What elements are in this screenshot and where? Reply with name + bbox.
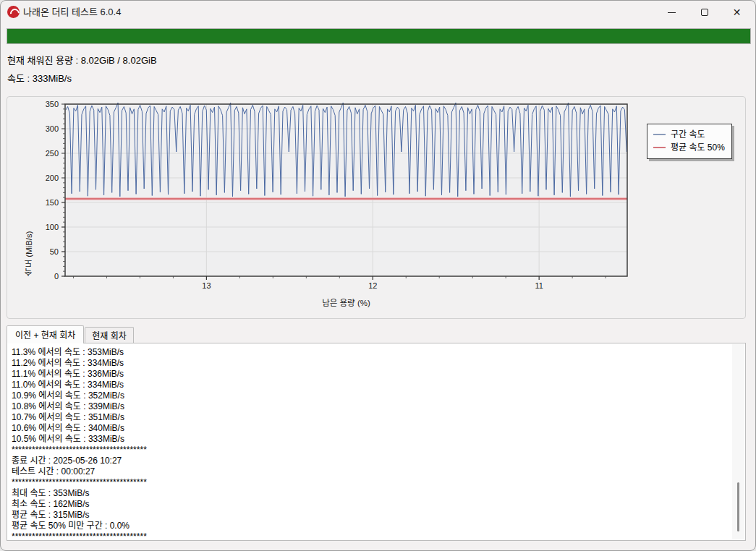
- legend-item: 평균 속도 50%: [653, 141, 725, 154]
- log-line: ****************************************: [12, 477, 728, 488]
- log-line: 11.3% 에서의 속도 : 353MiB/s: [12, 347, 728, 358]
- y-tick-label: 200: [46, 174, 59, 182]
- maximize-icon: [701, 9, 708, 16]
- y-tick-label: 250: [46, 149, 59, 158]
- close-button[interactable]: ✕: [721, 1, 753, 24]
- app-window: 나래온 더티 테스트 6.0.4 ✕ 현재 채워진 용량 : 8.02GiB /…: [0, 0, 756, 551]
- log-panel: 11.3% 에서의 속도 : 353MiB/s11.2% 에서의 속도 : 33…: [7, 343, 746, 541]
- x-tick-label: 12: [368, 281, 377, 290]
- log-line: 10.9% 에서의 속도 : 352MiB/s: [12, 390, 728, 401]
- window-controls: ✕: [655, 1, 753, 24]
- chart-panel: 050100150200250300350131211 속도 (MiB/s) 남…: [7, 96, 746, 319]
- chart-legend: 구간 속도 평균 속도 50%: [647, 124, 732, 159]
- log-line: 11.0% 에서의 속도 : 334MiB/s: [12, 380, 728, 390]
- tab-strip: 이전 + 현재 회차 현재 회차: [7, 329, 135, 343]
- close-icon: ✕: [733, 7, 742, 17]
- y-axis-label: 속도 (MiB/s): [23, 104, 35, 276]
- minimize-icon: [668, 12, 676, 13]
- log-line: ****************************************: [12, 531, 728, 539]
- x-axis-label: 남은 용량 (%): [65, 296, 627, 308]
- y-tick-label: 300: [46, 124, 59, 133]
- vertical-scrollbar[interactable]: [732, 344, 744, 539]
- y-tick-label: 50: [50, 247, 59, 256]
- tab-previous-plus-current[interactable]: 이전 + 현재 회차: [7, 325, 84, 343]
- y-tick-label: 100: [46, 223, 59, 231]
- legend-label: 평균 속도 50%: [671, 141, 725, 154]
- log-line: 종료 시간 : 2025-05-26 10:27: [12, 456, 728, 466]
- average-speed-line-icon: [653, 147, 666, 148]
- legend-label: 구간 속도: [671, 128, 705, 141]
- log-line: 평균 속도 : 315MiB/s: [12, 510, 728, 521]
- window-title: 나래온 더티 테스트 6.0.4: [23, 1, 121, 24]
- app-icon: [7, 6, 20, 18]
- log-line: 최소 속도 : 162MiB/s: [12, 499, 728, 510]
- log-line: 최대 속도 : 353MiB/s: [12, 488, 728, 499]
- y-tick-label: 350: [46, 100, 59, 108]
- speed-chart: 050100150200250300350131211: [7, 97, 745, 318]
- progress-fill: [7, 29, 750, 43]
- legend-item: 구간 속도: [653, 128, 725, 141]
- progress-bar: [7, 28, 751, 44]
- scrollbar-thumb[interactable]: [737, 482, 739, 531]
- minimize-button[interactable]: [655, 1, 688, 24]
- log-line: 11.1% 에서의 속도 : 336MiB/s: [12, 369, 728, 380]
- log-line: ****************************************: [12, 445, 728, 456]
- log-line: 10.6% 에서의 속도 : 340MiB/s: [12, 423, 728, 434]
- interval-speed-line-icon: [653, 134, 666, 135]
- log-line: 10.5% 에서의 속도 : 333MiB/s: [12, 434, 728, 445]
- maximize-button[interactable]: [688, 1, 721, 24]
- log-line: 11.2% 에서의 속도 : 334MiB/s: [12, 358, 728, 369]
- log-line: 10.7% 에서의 속도 : 351MiB/s: [12, 412, 728, 423]
- y-tick-label: 150: [46, 198, 59, 207]
- title-bar: 나래온 더티 테스트 6.0.4 ✕: [1, 1, 755, 24]
- filled-capacity-label: 현재 채워진 용량 : 8.02GiB / 8.02GiB: [7, 53, 157, 67]
- log-area[interactable]: 11.3% 에서의 속도 : 353MiB/s11.2% 에서의 속도 : 33…: [12, 347, 728, 539]
- log-line: 평균 속도 50% 미만 구간 : 0.0%: [12, 521, 728, 531]
- log-line: 10.8% 에서의 속도 : 339MiB/s: [12, 401, 728, 412]
- x-tick-label: 13: [202, 281, 211, 290]
- x-tick-label: 11: [535, 281, 543, 290]
- tab-current[interactable]: 현재 회차: [85, 327, 134, 343]
- speed-label: 속도 : 333MiB/s: [7, 71, 72, 85]
- plot-area: [65, 104, 627, 276]
- log-line: 테스트 시간 : 00:00:27: [12, 466, 728, 477]
- y-tick-label: 0: [54, 272, 59, 281]
